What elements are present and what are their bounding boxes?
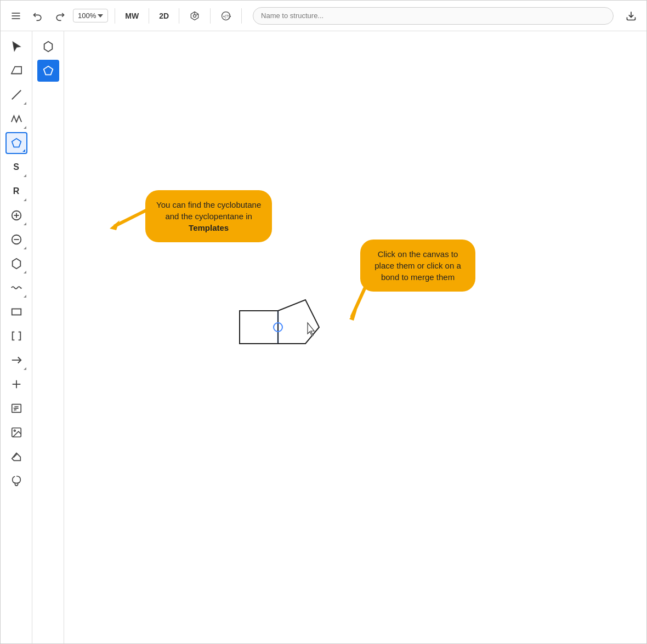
toolbar: 100% MW 2D •(?)• xyxy=(1,1,646,31)
sidebar-item-rect[interactable] xyxy=(5,301,27,323)
bubble2-arrow-svg xyxy=(349,283,393,322)
submenu-panel xyxy=(32,31,64,643)
sidebar-item-bond[interactable] xyxy=(5,84,27,106)
cursor-svg xyxy=(305,322,319,337)
svg-marker-11 xyxy=(11,67,21,74)
expand-arrow-wavy xyxy=(24,295,26,298)
svg-rect-21 xyxy=(12,309,21,315)
molecule-svg xyxy=(234,294,344,360)
expand-arrow-remove xyxy=(24,247,26,249)
sidebar-item-add[interactable] xyxy=(5,204,27,226)
sidebar-item-remove[interactable] xyxy=(5,229,27,250)
toolbar-divider-1 xyxy=(115,8,115,24)
download-button[interactable] xyxy=(622,7,640,25)
zoom-label: 100% xyxy=(78,12,96,20)
expand-arrow-arrow xyxy=(24,367,26,370)
sidebar-item-sgroup[interactable]: S xyxy=(5,156,27,178)
toolbar-divider-5 xyxy=(241,8,242,24)
tooltip-1-text: You can find the cyclobutaneand the cycl… xyxy=(156,200,261,232)
tooltip-bubble-2: Click on the canvas to place them or cli… xyxy=(360,240,475,292)
bubble1-arrow-svg xyxy=(110,198,154,231)
svg-marker-14 xyxy=(12,139,21,147)
sidebar-item-addatom[interactable] xyxy=(5,373,27,395)
sidebar-item-image[interactable] xyxy=(5,421,27,443)
expand-arrow-chain xyxy=(24,126,26,129)
name-to-structure-input[interactable] xyxy=(253,7,614,25)
svg-marker-3 xyxy=(98,14,103,18)
sidebar-item-bracket[interactable] xyxy=(5,325,27,347)
sidebar-item-erase[interactable] xyxy=(5,60,27,82)
main-area: S R xyxy=(1,31,646,643)
expand-arrow-sgroup xyxy=(24,174,26,177)
mw-button[interactable]: MW xyxy=(122,9,142,22)
2d-button[interactable]: 2D xyxy=(156,9,172,22)
sidebar-item-ring[interactable] xyxy=(5,132,27,154)
svg-point-31 xyxy=(14,430,15,431)
submenu-item-pentagon[interactable] xyxy=(37,60,59,82)
sidebar-item-select[interactable] xyxy=(5,36,27,58)
svg-text:•(?)•: •(?)• xyxy=(223,14,231,19)
sidebar-item-lasso[interactable] xyxy=(5,470,27,492)
sidebar-item-rgroup[interactable]: R xyxy=(5,180,27,202)
toolbar-divider-3 xyxy=(179,8,179,24)
app-container: 100% MW 2D •(?)• xyxy=(0,0,647,644)
reaction-button[interactable]: •(?)• xyxy=(217,7,235,25)
expand-arrow-rgroup xyxy=(24,198,26,201)
expand-arrow-bond xyxy=(24,102,26,105)
svg-line-13 xyxy=(12,90,21,100)
svg-marker-34 xyxy=(43,66,53,75)
r-group-label: R xyxy=(13,186,20,196)
templates-button[interactable] xyxy=(186,7,203,25)
svg-line-37 xyxy=(352,286,366,316)
svg-rect-39 xyxy=(240,311,278,344)
svg-marker-20 xyxy=(12,259,20,269)
submenu-item-hexagon[interactable] xyxy=(37,36,59,58)
toolbar-divider-4 xyxy=(210,8,211,24)
svg-line-35 xyxy=(115,209,148,226)
redo-button[interactable] xyxy=(51,7,69,25)
svg-text:T: T xyxy=(13,407,15,412)
toolbar-divider-2 xyxy=(149,8,149,24)
canvas-area[interactable]: You can find the cyclobutaneand the cycl… xyxy=(64,31,646,643)
menu-button[interactable] xyxy=(7,7,25,25)
svg-line-7 xyxy=(196,14,198,15)
sidebar-item-eraser2[interactable] xyxy=(5,446,27,468)
tooltip-2-text: Click on the canvas to place them or cli… xyxy=(374,249,461,282)
sidebar-item-arrow[interactable] xyxy=(5,349,27,371)
expand-arrow-generic xyxy=(24,271,26,273)
sidebar-item-generic[interactable] xyxy=(5,253,27,275)
svg-marker-33 xyxy=(44,42,52,52)
s-group-label: S xyxy=(13,162,19,172)
expand-arrow-add xyxy=(24,223,26,225)
svg-point-5 xyxy=(194,14,196,17)
zoom-button[interactable]: 100% xyxy=(73,9,108,22)
sidebar-item-chain[interactable] xyxy=(5,108,27,130)
sidebar-item-wavy[interactable] xyxy=(5,277,27,299)
undo-button[interactable] xyxy=(29,7,47,25)
sidebar: S R xyxy=(1,31,32,643)
tooltip-bubble-1: You can find the cyclobutaneand the cycl… xyxy=(145,190,272,242)
sidebar-item-text[interactable]: T xyxy=(5,397,27,419)
expand-arrow-ring xyxy=(22,149,25,152)
